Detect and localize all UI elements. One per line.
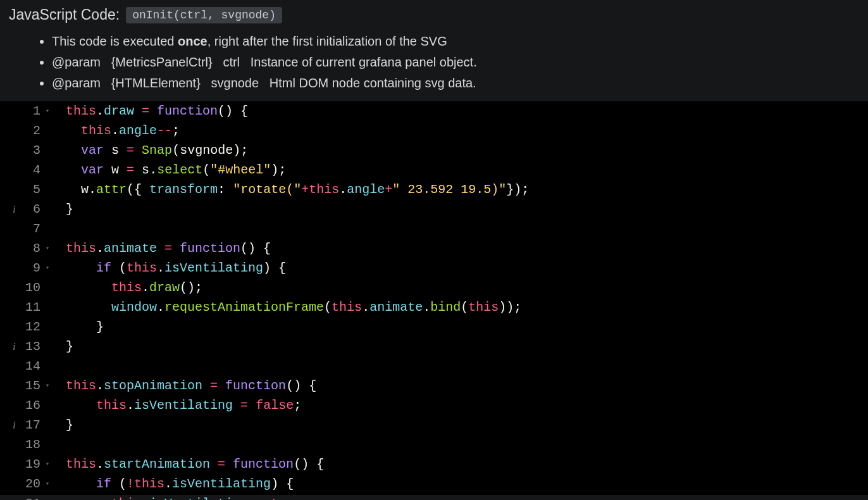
doc-bullet: @param {MetricsPanelCtrl} ctrl Instance … [52,52,859,73]
line-number: 18 [24,435,40,454]
token-pun [66,143,81,158]
token-pun: . [362,300,369,315]
token-pun: . [142,280,149,295]
code-line[interactable]: } [66,199,868,219]
token-this: this [468,300,499,315]
gutter-line: i17 [8,415,49,435]
line-number: 8 [24,239,40,258]
token-op: + [385,182,392,197]
line-number: 20 [24,474,40,494]
code-line[interactable]: this.isVentilating = true; [66,494,868,500]
line-number: 7 [24,219,40,239]
code-line[interactable] [66,356,868,376]
token-prop: draw [104,104,134,118]
token-pun [134,143,142,158]
token-this: this [332,300,362,315]
code-line[interactable]: this.draw(); [66,278,868,297]
token-pun: )); [499,300,521,315]
token-pun: ( [111,477,127,491]
code-line[interactable]: this.stopAnimation = function() { [66,376,868,396]
token-prop: angle [347,182,385,197]
token-this: this [96,398,127,413]
token-pun: () { [294,457,324,472]
token-kw: var [81,163,104,177]
code-line[interactable] [66,219,868,239]
token-op: + [301,182,309,197]
token-pun: . [149,163,157,177]
token-pun: ) { [271,477,294,491]
token-kw: function [233,457,294,472]
token-pun [263,496,271,500]
token-pun: ; [172,123,180,138]
token-prop: animate [369,300,423,315]
fold-icon[interactable]: ▾ [43,474,49,494]
token-pun: ( [202,163,210,177]
line-number: 10 [24,278,40,297]
token-pun [66,477,96,491]
line-number: 21 [24,494,40,500]
code-line[interactable]: w.attr({ transform: "rotate("+this.angle… [66,180,868,199]
code-line[interactable]: if (!this.isVentilating) { [66,474,868,494]
gutter-line: 8▾ [8,239,49,258]
code-line[interactable]: } [66,317,868,337]
code-line[interactable] [66,435,868,454]
line-number: 2 [24,121,40,141]
token-ident: w [81,182,89,197]
token-pun [248,496,256,500]
token-pun: ( [111,261,127,275]
code-line[interactable]: this.startAnimation = function() { [66,454,868,474]
token-str: " 23.592 19.5)" [392,182,506,197]
token-kw: if [96,261,111,275]
code-editor[interactable]: 1▾2345i678▾9▾101112i131415▾16i171819▾20▾… [0,101,868,495]
code-line[interactable]: this.isVentilating = false; [66,396,868,415]
info-icon[interactable]: i [13,199,16,219]
token-pun: ( [461,300,468,315]
token-this: this [66,104,96,118]
token-pun: ) { [263,261,286,275]
gutter-line: i13 [8,337,49,356]
code-line[interactable]: } [66,337,868,356]
code-line[interactable]: var w = s.select("#wheel"); [66,160,868,180]
code-line[interactable]: this.angle--; [66,121,868,141]
fold-icon[interactable]: ▾ [43,101,49,121]
token-str: "rotate(" [233,182,301,197]
gutter-line: 11 [8,297,49,317]
editor-doc-header: JavaScript Code: onInit(ctrl, svgnode) T… [0,0,868,101]
fold-icon[interactable]: ▾ [43,258,49,278]
token-this: this [66,378,96,393]
token-pun: } [66,202,73,216]
fold-icon[interactable]: ▾ [43,239,49,258]
code-line[interactable]: var s = Snap(svgnode); [66,141,868,160]
gutter-line: 1▾ [8,101,49,121]
token-pun: (); [180,280,202,295]
token-pun [134,104,142,118]
token-pun: . [96,241,104,256]
line-number: 12 [24,317,40,337]
token-prop: isVentilating [164,261,263,275]
code-line[interactable]: this.animate = function() { [66,239,868,258]
gutter-line: 10 [8,278,49,297]
token-kw: if [96,477,111,491]
code-line[interactable]: if (this.isVentilating) { [66,258,868,278]
token-op: = [142,104,149,118]
gutter-line: 9▾ [8,258,49,278]
fold-icon[interactable]: ▾ [43,454,49,474]
code-line[interactable]: this.draw = function() { [66,101,868,121]
editor-code-area[interactable]: this.draw = function() { this.angle--; v… [58,101,868,495]
token-pun [233,398,240,413]
token-this: this [81,123,111,138]
code-line[interactable]: } [66,415,868,435]
token-this: this [111,280,142,295]
code-line[interactable]: window.requestAnimationFrame(this.animat… [66,297,868,317]
line-number: 16 [24,396,40,415]
section-title: JavaScript Code: [9,6,120,23]
info-icon[interactable]: i [13,415,16,435]
info-icon[interactable]: i [13,337,16,356]
gutter-line: 3 [8,141,49,160]
token-pun [66,163,81,177]
fold-icon[interactable]: ▾ [43,376,49,396]
token-op: = [256,496,263,500]
token-op: = [127,163,134,177]
token-pun: . [127,398,134,413]
token-fn: bind [430,300,461,315]
